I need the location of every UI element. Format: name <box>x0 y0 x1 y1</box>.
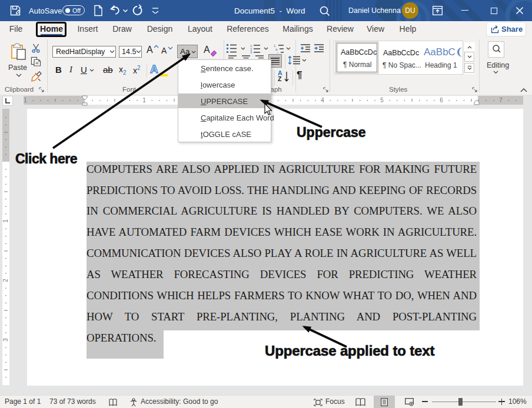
svg-text:3: 3 <box>250 51 252 53</box>
svg-text:i: i <box>277 51 278 54</box>
